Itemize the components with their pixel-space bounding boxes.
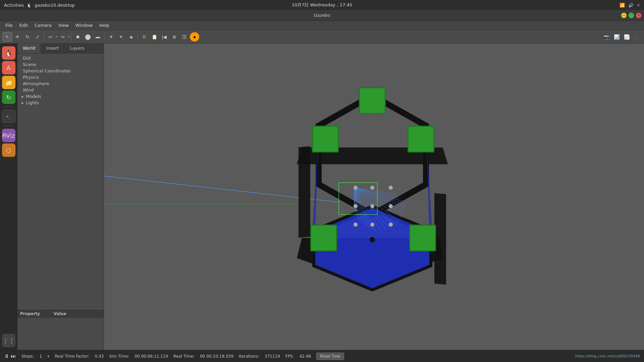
svg-point-55: [354, 186, 358, 190]
svg-rect-68: [409, 127, 433, 152]
side-panel: World Insert Layers GUI Scene Spherical …: [17, 44, 104, 350]
real-time-label: Real Time:: [173, 354, 195, 359]
tree-models[interactable]: Models: [17, 93, 104, 100]
record-button[interactable]: 🎥: [632, 32, 641, 42]
scene-svg: [104, 44, 644, 350]
real-time-value: 00 00:10:18.039: [200, 354, 233, 359]
svg-rect-76: [410, 226, 435, 250]
panel-tabs: World Insert Layers: [17, 44, 104, 54]
point-light-tool[interactable]: ✴: [116, 32, 126, 42]
sim-time-label: Sim Time:: [109, 354, 129, 359]
svg-point-63: [389, 223, 393, 227]
window-controls[interactable]: — □ ✕: [621, 13, 641, 18]
close-button[interactable]: ✕: [636, 13, 641, 18]
steps-label: Steps:: [21, 354, 34, 359]
sphere-tool[interactable]: ⬤: [83, 32, 93, 42]
pause-button[interactable]: ⏸: [4, 353, 9, 359]
left-dock: 🐧 A 📁 ↻ >_ RViz ⬡ ⋮⋮: [0, 44, 17, 350]
directional-light-tool[interactable]: ☀: [106, 32, 116, 42]
property-panel: Property Value: [17, 310, 104, 350]
tree-spherical-coords[interactable]: Spherical Coordinates: [17, 68, 104, 74]
fps-value: 42.48: [300, 354, 311, 359]
tab-world[interactable]: World: [17, 44, 41, 53]
menu-window[interactable]: Window: [73, 22, 95, 28]
log-button[interactable]: 📊: [612, 32, 621, 42]
svg-point-59: [370, 204, 374, 208]
svg-point-61: [354, 223, 358, 227]
separator-2: [71, 33, 71, 41]
svg-point-60: [389, 204, 393, 208]
box-tool[interactable]: ■: [73, 32, 83, 42]
extra-tool[interactable]: ●: [190, 32, 199, 42]
sim-time-value: 00 00:06:11.119: [135, 354, 168, 359]
separator-1: [44, 33, 44, 41]
property-col-header: Property: [20, 311, 54, 316]
activities-label[interactable]: Activities: [4, 3, 24, 8]
iterations-label: Iterations:: [239, 354, 259, 359]
menu-camera[interactable]: Camera: [32, 22, 54, 28]
menu-edit[interactable]: Edit: [17, 22, 31, 28]
viewport[interactable]: [104, 44, 644, 350]
svg-rect-70: [313, 127, 338, 152]
dock-ubuntu[interactable]: 🐧: [2, 46, 15, 60]
real-time-factor-value: 0.43: [95, 354, 104, 359]
spot-light-tool[interactable]: ◈: [126, 32, 136, 42]
tree-gui[interactable]: GUI: [17, 55, 104, 61]
system-bar: Activities 🐧 gazebo10.desktop 10月7日 Wedn…: [0, 0, 644, 10]
rotate-tool[interactable]: ↻: [23, 32, 32, 42]
property-header: Property Value: [17, 310, 104, 318]
paste-tool[interactable]: 📋: [150, 32, 159, 42]
dock-rviz[interactable]: RViz: [2, 129, 15, 142]
plot-button[interactable]: 📈: [622, 32, 631, 42]
dock-apps[interactable]: ⋮⋮: [2, 334, 15, 347]
tree-atmosphere[interactable]: Atmosphere: [17, 80, 104, 87]
undo-dropdown[interactable]: ▾: [56, 35, 57, 38]
title-bar: Gazebo — □ ✕: [0, 10, 644, 21]
translate-tool[interactable]: ✛: [13, 32, 22, 42]
tab-insert[interactable]: Insert: [41, 44, 64, 53]
menu-help[interactable]: Help: [97, 22, 112, 28]
select-tool[interactable]: ↖: [3, 32, 12, 42]
app-indicator: gazebo10.desktop: [35, 3, 75, 8]
dock-files[interactable]: 📁: [2, 76, 15, 89]
separator-3: [104, 33, 105, 41]
dock-layered[interactable]: ⬡: [2, 143, 15, 157]
reset-time-button[interactable]: Reset Time: [316, 353, 344, 360]
svg-rect-20: [434, 193, 446, 285]
menu-view[interactable]: View: [56, 22, 71, 28]
tree-lights[interactable]: Lights: [17, 100, 104, 106]
screenshot-button[interactable]: 📷: [602, 32, 611, 42]
tree-wind[interactable]: Wind: [17, 87, 104, 93]
iterations-value: 371119: [265, 354, 280, 359]
tree-scene[interactable]: Scene: [17, 61, 104, 68]
network-icon: 📶: [620, 3, 625, 8]
align-tool[interactable]: |◀: [160, 32, 169, 42]
svg-rect-78: [311, 226, 336, 250]
scale-tool[interactable]: ⤢: [33, 32, 42, 42]
dock-software-center[interactable]: A: [2, 61, 15, 74]
fps-label: FPS:: [285, 354, 294, 359]
copy-tool[interactable]: ⎘: [140, 32, 149, 42]
tree-physics[interactable]: Physics: [17, 74, 104, 80]
tab-layers[interactable]: Layers: [65, 44, 90, 53]
playback-controls[interactable]: ⏸ ⏭: [4, 353, 16, 359]
step-button[interactable]: ⏭: [11, 353, 16, 359]
status-bar: ⏸ ⏭ Steps: 1 ▾ Real Time Factor: 0.43 Si…: [0, 350, 644, 362]
dock-terminal[interactable]: >_: [2, 110, 15, 123]
dock-sep-2: [3, 126, 14, 126]
redo-dropdown[interactable]: ▾: [68, 35, 69, 38]
menu-file[interactable]: File: [3, 22, 15, 28]
cylinder-tool[interactable]: ▬: [93, 32, 103, 42]
minimize-button[interactable]: —: [621, 13, 627, 18]
svg-point-62: [370, 223, 374, 227]
svg-point-58: [354, 204, 358, 208]
maximize-button[interactable]: □: [629, 13, 634, 18]
snap-tool[interactable]: ⊕: [170, 32, 179, 42]
power-icon: ⚡: [637, 3, 640, 8]
measure-tool[interactable]: ⚿: [180, 32, 189, 42]
dock-update[interactable]: ↻: [2, 90, 15, 104]
status-link[interactable]: https://blog.csdn.net/zy806235948: [575, 354, 640, 358]
app-name-label: 🐧: [26, 3, 32, 8]
redo-button[interactable]: ↪: [58, 32, 67, 42]
undo-button[interactable]: ↩: [46, 32, 55, 42]
